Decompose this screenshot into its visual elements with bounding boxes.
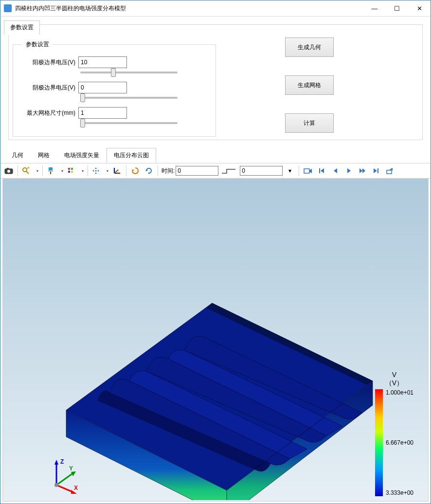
- svg-rect-18: [377, 168, 378, 173]
- svg-point-12: [95, 170, 97, 172]
- tab-field-vector[interactable]: 电场强度矢量: [57, 148, 107, 163]
- color-legend: V （V） 1.000e+01 6.667e+00 3.333e+00: [375, 371, 413, 496]
- export-icon[interactable]: [383, 164, 396, 177]
- svg-rect-6: [48, 170, 53, 172]
- tab-mesh[interactable]: 网格: [31, 148, 57, 163]
- step-graph-icon[interactable]: [219, 164, 239, 177]
- viewport-3d[interactable]: Z Y X V （V） 1.000e+01 6.667e+00 3.333e+0…: [2, 179, 429, 502]
- cathode-voltage-slider[interactable]: [80, 97, 178, 99]
- svg-line-29: [56, 485, 73, 492]
- record-icon[interactable]: [302, 164, 314, 177]
- first-frame-icon[interactable]: [315, 164, 328, 177]
- tab-geometry[interactable]: 几何: [4, 148, 31, 163]
- legend-tick-mid: 6.667e+00: [386, 439, 413, 446]
- time-input-2[interactable]: [240, 166, 283, 176]
- svg-rect-19: [387, 170, 392, 174]
- svg-line-27: [56, 473, 73, 485]
- svg-rect-9: [71, 168, 73, 170]
- viewer-toolbar: 时间: ▾: [0, 163, 431, 179]
- window-minimize-button[interactable]: —: [363, 0, 386, 16]
- window-close-button[interactable]: ✕: [408, 0, 431, 16]
- cathode-label: 阴极边界电压(V): [22, 84, 75, 92]
- reset-view-icon[interactable]: [129, 164, 142, 177]
- next-frame-icon[interactable]: [356, 164, 369, 177]
- svg-rect-16: [304, 169, 309, 173]
- params-group: 参数设置 阳极边界电压(V) 阴极边界电压(V) 最大网格尺寸(mm): [13, 40, 216, 137]
- compute-button[interactable]: 计算: [285, 113, 334, 133]
- legend-tick-low: 3.333e+00: [386, 489, 413, 496]
- axis-x-label: X: [74, 485, 78, 491]
- generate-geometry-button[interactable]: 生成几何: [285, 37, 334, 57]
- mesh-size-input[interactable]: [78, 107, 127, 119]
- svg-rect-11: [71, 171, 73, 173]
- axis-z-label: Z: [60, 458, 64, 465]
- generate-mesh-button[interactable]: 生成网格: [285, 75, 334, 95]
- svg-rect-8: [68, 168, 70, 170]
- tab-settings[interactable]: 参数设置: [4, 20, 40, 35]
- tab-voltage-cloud[interactable]: 电压分布云图: [107, 148, 156, 163]
- time-label: 时间:: [162, 167, 175, 175]
- svg-rect-10: [68, 171, 70, 173]
- svg-rect-5: [49, 167, 53, 170]
- legend-title-2: （V）: [385, 379, 403, 387]
- svg-line-4: [26, 171, 29, 174]
- legend-tick-max: 1.000e+01: [386, 389, 413, 396]
- cube-icon[interactable]: [66, 164, 85, 177]
- anode-label: 阳极边界电压(V): [22, 58, 75, 67]
- svg-rect-7: [50, 172, 51, 174]
- mesh-size-slider[interactable]: [80, 122, 178, 124]
- view-tabs: 几何 网格 电场强度矢量 电压分布云图: [0, 148, 431, 163]
- move-icon[interactable]: [90, 164, 110, 177]
- app-icon: [4, 4, 12, 12]
- time-dropdown-icon[interactable]: ▾: [284, 164, 296, 177]
- axis-triad: Z Y X: [47, 456, 86, 496]
- window-titlebar: 四棱柱内内凹三半圆柱的电场强度分布模型 — ☐ ✕: [0, 0, 431, 17]
- cathode-voltage-input[interactable]: [78, 82, 127, 93]
- refresh-icon[interactable]: [143, 164, 155, 177]
- mesh-size-label: 最大网格尺寸(mm): [22, 109, 75, 117]
- window-title: 四棱柱内内凹三半圆柱的电场强度分布模型: [15, 4, 126, 13]
- snapshot-icon[interactable]: [2, 164, 15, 177]
- svg-marker-26: [54, 460, 58, 465]
- last-frame-icon[interactable]: [370, 164, 382, 177]
- measure-icon[interactable]: [20, 164, 40, 177]
- axes-icon[interactable]: [111, 164, 124, 177]
- svg-rect-17: [319, 168, 320, 173]
- svg-point-3: [23, 168, 27, 172]
- svg-rect-2: [7, 168, 9, 169]
- svg-point-1: [7, 170, 10, 173]
- time-input-1[interactable]: [176, 166, 218, 176]
- legend-gradient-bar: [375, 389, 383, 496]
- window-maximize-button[interactable]: ☐: [386, 0, 408, 16]
- play-icon[interactable]: [342, 164, 355, 177]
- axis-y-label: Y: [69, 465, 73, 472]
- params-legend: 参数设置: [22, 40, 53, 49]
- svg-point-31: [54, 483, 58, 487]
- prev-frame-icon[interactable]: [329, 164, 341, 177]
- voltage-cloud-model: [37, 247, 377, 500]
- anode-voltage-input[interactable]: [78, 56, 127, 68]
- svg-line-15: [114, 170, 118, 173]
- legend-title-1: V: [392, 371, 396, 378]
- anode-voltage-slider[interactable]: [80, 72, 178, 73]
- paint-icon[interactable]: [45, 164, 65, 177]
